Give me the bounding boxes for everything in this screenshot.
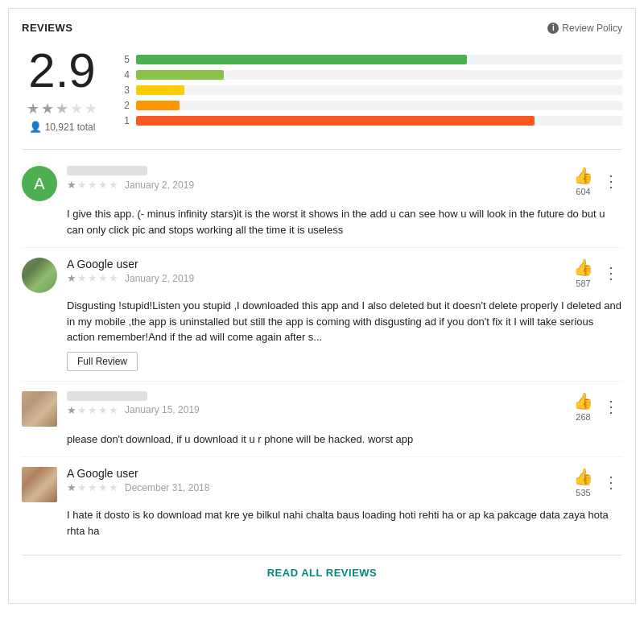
star-3: ★: [56, 100, 68, 118]
review-policy-link[interactable]: i Review Policy: [547, 23, 622, 34]
review-date-r3: January 15, 2019: [125, 404, 200, 415]
review-actions-r1: 👍 604 ⋮: [573, 166, 622, 196]
avatar-r1: A: [22, 166, 57, 201]
more-options-icon-r2[interactable]: ⋮: [600, 263, 622, 283]
person-icon: 👤: [29, 121, 42, 133]
thumbs-count-r4: 535: [576, 488, 590, 497]
review-actions-r2: 👍 587 ⋮: [573, 258, 622, 288]
thumbs-count-r2: 587: [576, 279, 590, 288]
reviewer-name-r4: A Google user: [67, 467, 564, 480]
bar-track-1: [136, 116, 622, 126]
review-stars-r2: ★★★★★: [67, 272, 118, 284]
overall-stars: ★ ★ ★ ★ ★: [27, 100, 97, 118]
rating-bars: 5 4 3 2 1: [122, 54, 622, 126]
thumbs-up-area-r3: 👍 268: [573, 391, 593, 422]
read-all-reviews-button[interactable]: READ ALL REVIEWS: [22, 555, 622, 590]
reviews-container: REVIEWS i Review Policy 2.9 ★ ★ ★ ★ ★ 👤 …: [8, 8, 636, 604]
reviews-list: A ★★★★★ January 2, 2019 👍 604 ⋮ I giv: [22, 156, 622, 548]
star-1: ★: [27, 100, 39, 118]
thumbs-up-icon-r4[interactable]: 👍: [573, 467, 593, 486]
bar-label-5: 5: [122, 54, 130, 65]
star-2: ★: [41, 100, 54, 118]
review-star-r1-5: ★: [109, 179, 118, 191]
overall-score: 2.9: [28, 47, 95, 95]
review-stars-r4: ★★★★★: [67, 481, 118, 493]
thumbs-count-r3: 268: [576, 412, 590, 422]
more-options-icon-r3[interactable]: ⋮: [600, 397, 622, 416]
section-divider: [22, 149, 622, 150]
total-count: 10,921 total: [45, 122, 96, 133]
review-actions-r3: 👍 268 ⋮: [573, 391, 622, 422]
review-date-r4: December 31, 2018: [125, 482, 209, 493]
bar-track-2: [136, 101, 622, 110]
review-star-r3-1: ★: [67, 404, 76, 416]
review-star-r2-3: ★: [88, 272, 97, 284]
header-row: REVIEWS i Review Policy: [22, 22, 622, 34]
review-star-r2-4: ★: [98, 272, 108, 284]
review-header-r1: A ★★★★★ January 2, 2019 👍 604 ⋮: [22, 166, 622, 201]
review-header-r2: A Google user ★★★★★ January 2, 2019 👍 58…: [22, 258, 622, 293]
review-star-r2-2: ★: [77, 272, 87, 284]
reviewer-name-blurred-r3: [67, 391, 147, 401]
review-star-r4-3: ★: [88, 481, 97, 493]
bar-fill-5: [136, 55, 467, 64]
review-star-r3-5: ★: [109, 404, 118, 416]
review-star-r1-2: ★: [77, 179, 87, 191]
review-star-r4-4: ★: [98, 481, 108, 493]
review-star-r2-1: ★: [67, 272, 76, 284]
review-text-r2: Disgusting !stupid!Listen you stupid ,I …: [67, 298, 622, 345]
stars-date-r1: ★★★★★ January 2, 2019: [67, 179, 564, 191]
review-star-r2-5: ★: [109, 272, 118, 284]
name-meta-r4: A Google user ★★★★★ December 31, 2018: [67, 467, 564, 493]
page-title: REVIEWS: [22, 22, 72, 34]
review-star-r1-3: ★: [88, 179, 97, 191]
reviewer-name-blurred-r1: [67, 166, 147, 175]
avatar-r2: [22, 258, 57, 293]
full-review-button-r2[interactable]: Full Review: [67, 352, 138, 371]
star-4: ★: [70, 100, 83, 118]
review-star-r1-1: ★: [67, 179, 76, 191]
avatar-r4: [22, 467, 57, 502]
name-meta-r2: A Google user ★★★★★ January 2, 2019: [67, 258, 564, 284]
thumbs-count-r1: 604: [576, 187, 590, 196]
review-star-r1-4: ★: [98, 179, 108, 191]
review-star-r4-1: ★: [67, 481, 76, 493]
thumbs-up-area-r2: 👍 587: [573, 258, 593, 288]
stars-date-r3: ★★★★★ January 15, 2019: [67, 404, 564, 416]
bar-row-2: 2: [122, 100, 622, 111]
thumbs-up-icon-r3[interactable]: 👍: [573, 391, 593, 411]
review-stars-r1: ★★★★★: [67, 179, 118, 191]
bar-fill-3: [136, 85, 184, 95]
bar-row-3: 3: [122, 85, 622, 96]
review-star-r3-3: ★: [88, 404, 97, 416]
summary-section: 2.9 ★ ★ ★ ★ ★ 👤 10,921 total 5 4: [22, 47, 622, 133]
thumbs-up-icon-r1[interactable]: 👍: [573, 166, 593, 185]
avatar-r3: [22, 391, 57, 427]
total-reviews: 👤 10,921 total: [29, 121, 96, 133]
review-item-r1: A ★★★★★ January 2, 2019 👍 604 ⋮ I giv: [22, 156, 622, 248]
review-header-r3: ★★★★★ January 15, 2019 👍 268 ⋮: [22, 391, 622, 427]
bar-fill-2: [136, 101, 180, 110]
stars-date-r4: ★★★★★ December 31, 2018: [67, 481, 564, 493]
more-options-icon-r1[interactable]: ⋮: [600, 171, 622, 191]
star-5: ★: [85, 100, 97, 118]
review-text-r3: please don't download, if u download it …: [67, 431, 622, 448]
review-star-r4-5: ★: [109, 481, 118, 493]
review-star-r3-2: ★: [77, 404, 87, 416]
reviewer-name-r2: A Google user: [67, 258, 564, 270]
more-options-icon-r4[interactable]: ⋮: [600, 473, 622, 492]
thumbs-up-area-r1: 👍 604: [573, 166, 593, 196]
bar-row-4: 4: [122, 69, 622, 80]
review-date-r2: January 2, 2019: [125, 273, 194, 284]
bar-fill-4: [136, 70, 224, 80]
thumbs-up-icon-r2[interactable]: 👍: [573, 258, 593, 277]
review-header-r4: A Google user ★★★★★ December 31, 2018 👍 …: [22, 467, 622, 502]
review-star-r3-4: ★: [98, 404, 108, 416]
review-policy-label: Review Policy: [562, 23, 622, 34]
bar-label-2: 2: [122, 100, 130, 111]
thumbs-up-area-r4: 👍 535: [573, 467, 593, 497]
review-star-r4-2: ★: [77, 481, 87, 493]
bar-track-4: [136, 70, 622, 80]
review-item-r2: A Google user ★★★★★ January 2, 2019 👍 58…: [22, 248, 622, 382]
review-actions-r4: 👍 535 ⋮: [573, 467, 622, 497]
